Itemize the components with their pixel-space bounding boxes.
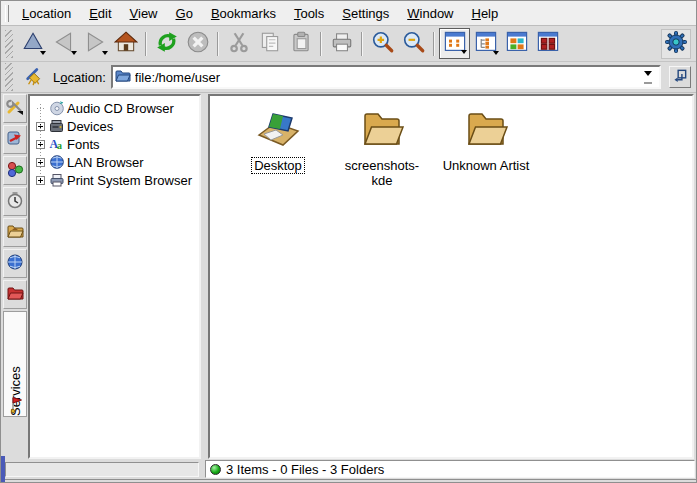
menubar: LocationEditViewGoBookmarksToolsSettings… bbox=[1, 1, 696, 26]
go-enter-icon bbox=[673, 68, 688, 86]
sidebar-tab-network[interactable] bbox=[3, 249, 27, 278]
print-button[interactable] bbox=[326, 28, 357, 59]
tree-item-label: Fonts bbox=[67, 137, 100, 152]
location-combobox[interactable] bbox=[111, 65, 661, 89]
menubar-drag-handle[interactable] bbox=[5, 5, 9, 22]
sidebar-tab-configure[interactable] bbox=[3, 94, 27, 123]
menu-settings[interactable]: Settings bbox=[333, 3, 398, 24]
tree-item-label: Print System Browser bbox=[67, 173, 192, 188]
root-folder-icon bbox=[6, 284, 24, 305]
tree-item-audio-cd-browser[interactable]: Audio CD Browser bbox=[30, 99, 199, 117]
menu-window[interactable]: Window bbox=[398, 3, 462, 24]
location-dropdown-arrow[interactable] bbox=[639, 67, 657, 87]
network-icon bbox=[6, 253, 24, 274]
content-area: Services Audio CD BrowserDevicesAaFontsL… bbox=[1, 93, 696, 459]
konqueror-gear-icon bbox=[664, 30, 688, 57]
location-toolbar: Location: bbox=[1, 62, 696, 93]
sidebar-tab-history[interactable] bbox=[3, 187, 27, 216]
main-statusbar: 3 Items - 0 Files - 3 Folders bbox=[205, 460, 695, 478]
clear-broom-icon bbox=[24, 65, 46, 90]
sidebar-tree-panel: Audio CD BrowserDevicesAaFontsLAN Browse… bbox=[28, 94, 201, 459]
tree-item-lan-browser[interactable]: LAN Browser bbox=[30, 153, 199, 171]
multicolumn-view-icon bbox=[505, 30, 529, 57]
menu-help[interactable]: Help bbox=[463, 3, 508, 24]
tree-item-devices[interactable]: Devices bbox=[30, 117, 199, 135]
tree-item-label: LAN Browser bbox=[67, 155, 144, 170]
toolbar-separator bbox=[361, 32, 363, 56]
tree-item-fonts[interactable]: AaFonts bbox=[30, 135, 199, 153]
desktop-corner-sliver bbox=[1, 456, 5, 482]
folder-item-screenshots-kde[interactable]: screenshots-kde bbox=[330, 102, 434, 189]
cut-icon bbox=[227, 30, 251, 57]
history-icon bbox=[6, 191, 24, 212]
menu-edit[interactable]: Edit bbox=[80, 3, 120, 24]
konqueror-window: LocationEditViewGoBookmarksToolsSettings… bbox=[0, 0, 697, 483]
clear-location-button[interactable] bbox=[22, 64, 48, 90]
menu-tools[interactable]: Tools bbox=[285, 3, 333, 24]
folder-item-label: Unknown Artist bbox=[440, 157, 533, 174]
lan-browser-icon bbox=[49, 154, 65, 170]
status-led-icon bbox=[210, 464, 221, 475]
menu-go[interactable]: Go bbox=[167, 3, 202, 24]
toolbar-drag-handle[interactable] bbox=[5, 30, 13, 58]
location-input[interactable] bbox=[135, 70, 635, 85]
stop-button[interactable] bbox=[182, 28, 213, 59]
detailed-list-view-icon bbox=[536, 30, 560, 57]
tree-item-print-system-browser[interactable]: Print System Browser bbox=[30, 171, 199, 189]
audio-cd-icon bbox=[49, 100, 65, 116]
menu-bookmarks[interactable]: Bookmarks bbox=[202, 3, 285, 24]
back-arrow-button[interactable] bbox=[48, 28, 79, 59]
dropdown-arrow-icon bbox=[461, 50, 467, 57]
folder-item-label: Desktop bbox=[251, 157, 305, 174]
sidebar-tab-root-folder[interactable] bbox=[3, 280, 27, 309]
forward-arrow-button[interactable] bbox=[79, 28, 110, 59]
tree-view-button[interactable] bbox=[470, 28, 501, 59]
konqueror-gear-button[interactable] bbox=[661, 29, 691, 59]
panel-splitter[interactable] bbox=[201, 94, 208, 459]
services-flag-icon bbox=[6, 395, 24, 413]
sidebar-tab-applications[interactable] bbox=[3, 156, 27, 185]
sidebar-tab-services[interactable]: Services bbox=[3, 311, 27, 417]
sidebar-tab-filler bbox=[3, 419, 27, 459]
reload-button[interactable] bbox=[151, 28, 182, 59]
sidebar-tab-home-folder[interactable] bbox=[3, 218, 27, 247]
copy-button[interactable] bbox=[254, 28, 285, 59]
folder-item-desktop[interactable]: Desktop bbox=[226, 102, 330, 174]
zoom-in-button[interactable] bbox=[367, 28, 398, 59]
up-arrow-button[interactable] bbox=[17, 28, 48, 59]
sidebar-tab-bookmarks[interactable] bbox=[3, 125, 27, 154]
folder-item-unknown-artist[interactable]: Unknown Artist bbox=[434, 102, 538, 174]
desktop-folder-icon bbox=[254, 104, 302, 152]
copy-icon bbox=[258, 30, 282, 57]
reload-icon bbox=[155, 30, 179, 57]
home-button[interactable] bbox=[110, 28, 141, 59]
folder-icon-view[interactable]: Desktopscreenshots-kdeUnknown Artist bbox=[208, 94, 694, 459]
folder-icon bbox=[462, 104, 510, 152]
icon-view-button[interactable] bbox=[439, 28, 470, 59]
zoom-out-button[interactable] bbox=[398, 28, 429, 59]
go-button[interactable] bbox=[669, 66, 691, 88]
toolbar-separator bbox=[320, 32, 322, 56]
toolbar-separator bbox=[433, 32, 435, 56]
fonts-icon: Aa bbox=[49, 136, 65, 152]
tree-guide-line bbox=[40, 104, 41, 178]
bookmarks-icon bbox=[6, 129, 24, 150]
svg-text:a: a bbox=[57, 140, 62, 151]
zoom-out-icon bbox=[402, 30, 426, 57]
location-toolbar-drag-handle[interactable] bbox=[5, 63, 13, 91]
menu-location[interactable]: Location bbox=[13, 3, 80, 24]
print-system-icon bbox=[49, 172, 65, 188]
dropdown-arrow-icon bbox=[40, 51, 46, 58]
detailed-list-view-button[interactable] bbox=[532, 28, 563, 59]
cut-button[interactable] bbox=[223, 28, 254, 59]
open-folder-icon bbox=[115, 68, 131, 87]
folder-icon bbox=[358, 104, 406, 152]
menu-view[interactable]: View bbox=[121, 3, 167, 24]
print-icon bbox=[330, 30, 354, 57]
dropdown-arrow-icon bbox=[102, 51, 108, 58]
applications-icon bbox=[6, 160, 24, 181]
home-folder-icon bbox=[6, 222, 24, 243]
multicolumn-view-button[interactable] bbox=[501, 28, 532, 59]
status-text: 3 Items - 0 Files - 3 Folders bbox=[226, 462, 384, 477]
paste-button[interactable] bbox=[285, 28, 316, 59]
